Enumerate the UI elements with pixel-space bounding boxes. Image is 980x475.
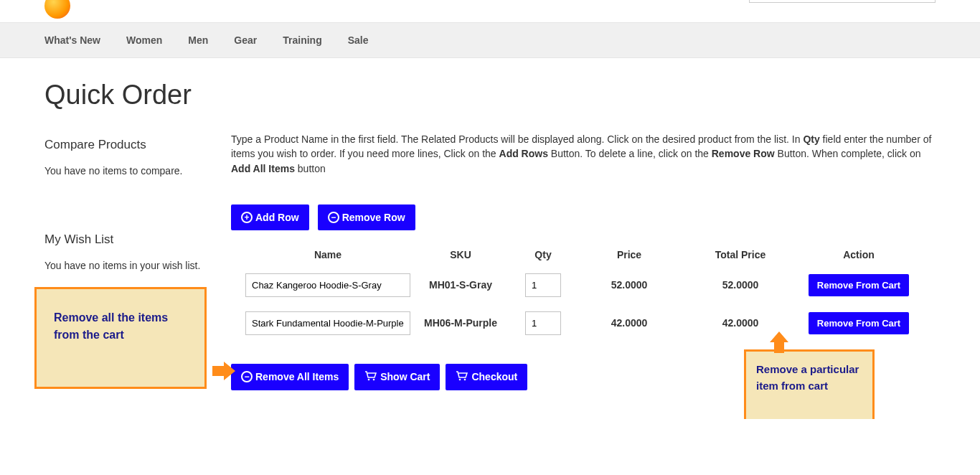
nav-women[interactable]: Women xyxy=(126,34,162,46)
compare-products-empty: You have no items to compare. xyxy=(44,165,217,177)
svg-point-0 xyxy=(368,379,370,381)
price-text: 42.0000 xyxy=(611,317,648,329)
add-row-button[interactable]: + Add Row xyxy=(231,204,309,230)
table-row: MH01-S-Gray 52.0000 52.0000 Remove From … xyxy=(231,266,936,304)
remove-row-button[interactable]: − Remove Row xyxy=(318,204,415,230)
th-sku: SKU xyxy=(410,249,511,260)
remove-from-cart-button[interactable]: Remove From Cart xyxy=(809,274,909,296)
minus-icon: − xyxy=(328,212,339,223)
nav-training[interactable]: Training xyxy=(283,34,321,46)
nav-men[interactable]: Men xyxy=(188,34,208,46)
product-name-input[interactable] xyxy=(245,311,410,335)
cart-icon xyxy=(456,371,468,383)
remove-all-items-button[interactable]: − Remove All Items xyxy=(231,364,349,390)
th-qty: Qty xyxy=(511,249,575,260)
nav-gear[interactable]: Gear xyxy=(234,34,257,46)
svg-point-1 xyxy=(373,379,375,381)
sku-text: MH06-M-Purple xyxy=(424,317,497,329)
remove-from-cart-button[interactable]: Remove From Cart xyxy=(809,312,909,334)
cart-icon xyxy=(364,371,377,383)
product-name-input[interactable] xyxy=(245,273,410,297)
logo[interactable] xyxy=(44,0,70,19)
callout-remove-item: Remove a particular item from cart xyxy=(744,349,875,419)
plus-icon: + xyxy=(241,212,253,223)
th-price: Price xyxy=(575,249,683,260)
callout-remove-all: Remove all the items from the cart xyxy=(34,287,207,389)
svg-point-3 xyxy=(464,379,466,381)
show-cart-button[interactable]: Show Cart xyxy=(354,364,440,390)
arrow-right-icon xyxy=(212,362,235,380)
price-text: 52.0000 xyxy=(611,279,648,291)
th-total-price: Total Price xyxy=(683,249,798,260)
wishlist-heading: My Wish List xyxy=(44,232,217,247)
qty-input[interactable] xyxy=(525,311,561,335)
search-box[interactable] xyxy=(749,0,936,3)
wishlist-empty: You have no items in your wish list. xyxy=(44,260,217,271)
total-price-text: 52.0000 xyxy=(722,279,759,291)
minus-icon: − xyxy=(241,371,253,382)
arrow-up-icon xyxy=(770,331,788,353)
th-action: Action xyxy=(798,249,920,260)
page-title: Quick Order xyxy=(0,58,980,110)
th-name: Name xyxy=(231,249,410,260)
table-row: MH06-M-Purple 42.0000 42.0000 Remove Fro… xyxy=(231,304,936,342)
nav-whats-new[interactable]: What's New xyxy=(44,34,100,46)
svg-marker-4 xyxy=(212,362,235,380)
instructions-text: Type a Product Name in the first field. … xyxy=(231,132,936,176)
nav-sale[interactable]: Sale xyxy=(348,34,369,46)
checkout-button[interactable]: Checkout xyxy=(446,364,527,390)
compare-products-heading: Compare Products xyxy=(44,138,217,152)
order-table: Name SKU Qty Price Total Price Action MH… xyxy=(231,243,936,342)
svg-marker-5 xyxy=(770,331,788,353)
main-nav: What's New Women Men Gear Training Sale xyxy=(0,22,980,58)
svg-point-2 xyxy=(459,379,461,381)
sku-text: MH01-S-Gray xyxy=(429,279,492,291)
qty-input[interactable] xyxy=(525,273,561,297)
total-price-text: 42.0000 xyxy=(722,317,759,329)
